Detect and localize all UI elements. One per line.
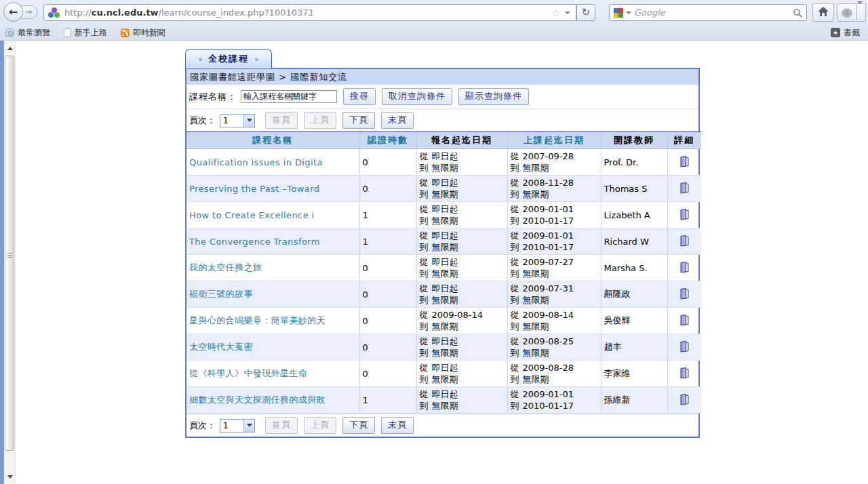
magnifier-icon[interactable] xyxy=(793,8,802,18)
first-page-button[interactable]: 首頁 xyxy=(265,417,298,434)
detail-notebook-icon[interactable] xyxy=(679,155,690,169)
back-button[interactable]: ← xyxy=(3,2,23,22)
course-title-link[interactable]: Qualification issues in Digita xyxy=(189,157,357,167)
address-bar[interactable]: http://cu.ncl.edu.tw/learn/course_index.… xyxy=(43,4,576,21)
home-button[interactable] xyxy=(812,3,834,22)
next-page-button[interactable]: 下頁 xyxy=(342,112,375,129)
vertical-scrollbar[interactable] xyxy=(4,41,16,484)
search-box[interactable]: Google xyxy=(609,4,807,21)
bookmark-item-most-visited[interactable]: 最常瀏覽 xyxy=(5,27,50,39)
registration-period-cell: 從即日起 到無限期 xyxy=(416,361,507,387)
instructor-cell: Lizabeth A xyxy=(601,202,667,228)
course-title-link[interactable]: How to Create Excellence i xyxy=(189,210,357,220)
extension-button[interactable] xyxy=(837,3,857,22)
url-text: http://cu.ncl.edu.tw/learn/course_index.… xyxy=(64,7,551,18)
course-table-row: 我的太空任務之旅 0 從即日起 到無限期 從2009-07-27 到無限期 Ma… xyxy=(186,255,701,281)
scrollbar-up-button[interactable] xyxy=(4,43,16,55)
course-title-link[interactable]: 細數太空與天文探測任務的成與敗 xyxy=(189,394,357,406)
detail-notebook-icon[interactable] xyxy=(679,393,690,407)
extension-dropdown-button[interactable] xyxy=(857,3,866,22)
from-label: 從 xyxy=(511,151,519,161)
to-label: 到 xyxy=(420,295,429,305)
course-title-link[interactable]: 太空時代大蒐密 xyxy=(189,341,357,353)
registration-period-cell: 從即日起 到無限期 xyxy=(416,176,507,202)
to-label: 到 xyxy=(511,189,519,199)
from-label: 從 xyxy=(420,151,429,161)
reload-icon: ↻ xyxy=(582,6,591,18)
detail-notebook-icon[interactable] xyxy=(679,208,690,222)
header-course-name[interactable]: 課程名稱 xyxy=(186,132,359,149)
course-title-link[interactable]: 星與心的合鳴樂章：簡單美妙的天 xyxy=(189,315,357,327)
to-label: 到 xyxy=(420,216,429,226)
to-label: 到 xyxy=(420,321,429,331)
registration-period-cell: 從2009-08-14 到無限期 xyxy=(416,308,507,334)
certified-hours-cell: 0 xyxy=(359,334,416,361)
course-index-panel: 國家圖書館遠距學園 > 國際新知交流 課程名稱： 搜尋 取消查詢條件 顯示查詢條… xyxy=(185,68,700,438)
bookmark-label: 新手上路 xyxy=(75,27,107,39)
show-query-button[interactable]: 顯示查詢條件 xyxy=(458,88,529,105)
next-page-button[interactable]: 下頁 xyxy=(342,417,375,434)
registration-period-cell: 從即日起 到無限期 xyxy=(416,281,507,308)
course-title-link[interactable]: Preserving the Past –Toward xyxy=(189,184,357,194)
bookmark-label: 最常瀏覽 xyxy=(18,27,50,39)
class-period-cell: 從2009-08-14 到無限期 xyxy=(507,308,601,334)
to-label: 到 xyxy=(420,189,429,199)
scrollbar-down-button[interactable] xyxy=(4,471,16,483)
last-page-button[interactable]: 末頁 xyxy=(381,112,414,129)
detail-notebook-icon[interactable] xyxy=(679,182,690,196)
rss-icon xyxy=(121,28,130,37)
chevron-down-icon[interactable] xyxy=(243,115,254,127)
detail-notebook-icon[interactable] xyxy=(679,367,690,381)
detail-notebook-icon[interactable] xyxy=(679,314,690,328)
first-page-button[interactable]: 首頁 xyxy=(265,112,298,129)
registration-period-cell: 從即日起 到無限期 xyxy=(416,202,507,228)
detail-notebook-icon[interactable] xyxy=(679,235,690,249)
course-title-link[interactable]: 從《科學人》中發現外星生命 xyxy=(189,367,357,380)
bookmark-star-icon[interactable]: ☆ xyxy=(552,7,561,19)
bookmark-dropdown-icon[interactable] xyxy=(565,12,570,14)
navigation-toolbar: ← → http://cu.ncl.edu.tw/learn/course_in… xyxy=(0,0,868,24)
last-page-button[interactable]: 末頁 xyxy=(381,417,414,434)
page-select[interactable]: 1 xyxy=(220,114,255,127)
tab-all-courses[interactable]: 全校課程 xyxy=(185,49,272,68)
course-title-link[interactable]: 福衛三號的故事 xyxy=(189,288,357,300)
from-label: 從 xyxy=(420,230,429,241)
page-select[interactable]: 1 xyxy=(220,419,255,432)
prev-page-button[interactable]: 上頁 xyxy=(304,112,336,129)
from-label: 從 xyxy=(511,257,519,267)
class-period-cell: 從2009-01-01 到2010-01-17 xyxy=(507,228,601,255)
detail-notebook-icon[interactable] xyxy=(679,340,690,355)
header-instructor: 開課教師 xyxy=(601,132,667,149)
bookmark-item-getting-started[interactable]: 新手上路 xyxy=(64,27,107,39)
header-certified-hours[interactable]: 認證時數 xyxy=(359,132,416,149)
registration-period-cell: 從即日起 到無限期 xyxy=(416,387,507,414)
header-class-period[interactable]: 上課起迄日期 xyxy=(507,132,601,149)
from-label: 從 xyxy=(420,336,429,346)
course-title-link[interactable]: 我的太空任務之旅 xyxy=(189,262,357,274)
chevron-down-icon[interactable] xyxy=(243,420,254,432)
course-table-row: 從《科學人》中發現外星生命 0 從即日起 到無限期 從2009-08-28 到無… xyxy=(186,361,701,387)
prev-page-button[interactable]: 上頁 xyxy=(304,417,336,434)
header-registration-period: 報名起迄日期 xyxy=(416,132,507,149)
course-table-row: 太空時代大蒐密 0 從即日起 到無限期 從2009-08-25 到無限期 趙丰 xyxy=(186,334,701,361)
bookmark-item-latest-news[interactable]: 即時新聞 xyxy=(121,27,165,39)
to-label: 到 xyxy=(511,374,519,384)
google-icon xyxy=(614,8,623,18)
course-table-row: 細數太空與天文探測任務的成與敗 1 從即日起 到無限期 從2009-01-01 … xyxy=(186,387,701,414)
to-label: 到 xyxy=(511,216,519,226)
course-table-row: Preserving the Past –Toward 0 從即日起 到無限期 … xyxy=(186,176,701,202)
reload-button[interactable]: ↻ xyxy=(576,4,595,21)
search-button[interactable]: 搜尋 xyxy=(343,88,376,105)
from-label: 從 xyxy=(420,363,429,373)
page-label: 頁次： xyxy=(189,420,216,432)
scrollbar-thumb[interactable] xyxy=(5,56,14,451)
detail-notebook-icon[interactable] xyxy=(679,261,690,275)
course-name-input[interactable] xyxy=(241,90,337,103)
search-engine-dropdown-icon[interactable] xyxy=(626,12,631,14)
registration-period-cell: 從即日起 到無限期 xyxy=(416,255,507,281)
bookmarks-menu-button[interactable]: ★ 書籤 xyxy=(831,27,860,39)
cancel-query-button[interactable]: 取消查詢條件 xyxy=(382,88,452,105)
detail-notebook-icon[interactable] xyxy=(679,287,690,302)
course-table-row: How to Create Excellence i 1 從即日起 到無限期 從… xyxy=(186,202,701,228)
course-title-link[interactable]: The Convergence Transform xyxy=(189,237,357,247)
